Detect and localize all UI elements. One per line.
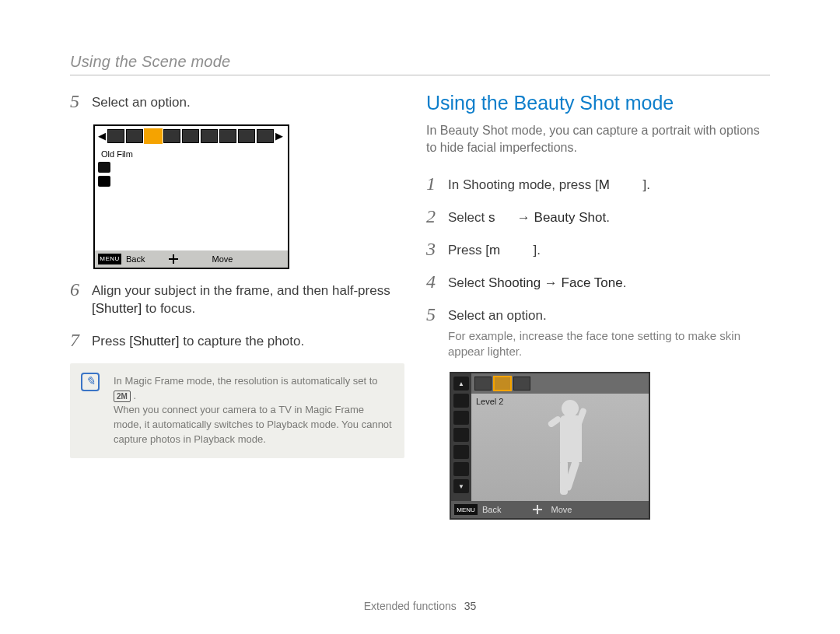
face-tone-icon	[453, 394, 469, 408]
right-column: Using the Beauty Shot mode In Beauty Sho…	[426, 92, 772, 520]
size-icon	[453, 445, 469, 459]
tone-thumb-selected	[494, 377, 511, 391]
resolution-badge: 2M	[114, 391, 131, 402]
page-number: 35	[464, 600, 477, 612]
lcd-back-label: Back	[482, 505, 501, 514]
text: Select an option.	[448, 308, 547, 323]
key-menu: m	[489, 243, 500, 257]
lcd-side-bar: ▲ ▼	[451, 373, 471, 501]
lcd-move-label: Move	[551, 505, 572, 514]
nav-up-icon: ▲	[453, 377, 469, 391]
key-mode: M	[599, 177, 610, 192]
off-icon	[98, 176, 110, 187]
lcd-back-label: Back	[126, 254, 145, 264]
text: →	[541, 275, 561, 290]
nav-down-icon: ▼	[453, 479, 469, 493]
lcd-footer: MENU Back Move	[95, 250, 288, 268]
menu-label-icon: MENU	[98, 254, 121, 264]
quality-icon	[453, 462, 469, 476]
text: Select	[448, 210, 488, 225]
step-text: Select an option.	[92, 92, 191, 112]
footer-section: Extended functions	[364, 600, 457, 612]
lcd-thumb-row: ◀ ▶	[95, 126, 288, 146]
step-number: 2	[426, 207, 448, 226]
step-number: 3	[426, 240, 448, 258]
lcd-move-label: Move	[212, 254, 233, 264]
step-text: Select s → Beauty Shot.	[448, 207, 610, 227]
person-silhouette	[544, 400, 599, 501]
step-text: Align your subject in the frame, and the…	[92, 280, 390, 318]
step-7: 7 Press [Shutter] to capture the photo.	[70, 331, 404, 351]
lcd-side-icons	[98, 162, 110, 187]
page-footer: Extended functions 35	[0, 600, 840, 612]
note-line-1a: In Magic Frame mode, the resolution is a…	[114, 375, 378, 387]
film-thumb	[163, 129, 180, 143]
text: .	[606, 210, 610, 225]
text: to focus.	[145, 301, 195, 316]
film-thumb	[107, 129, 124, 143]
step-text: Press [Shutter] to capture the photo.	[92, 331, 304, 351]
film-thumb	[201, 129, 218, 143]
text: Select	[448, 275, 488, 290]
step-text: In Shooting mode, press [M ].	[448, 174, 650, 194]
note-line-1b: .	[134, 390, 137, 401]
step-6: 6 Align your subject in the frame, and t…	[70, 280, 404, 318]
section-heading: Using the Beauty Shot mode	[426, 92, 772, 114]
step-4: 4 Select Shooting → Face Tone.	[426, 272, 772, 292]
text: to capture the photo.	[183, 334, 304, 349]
grid-icon	[98, 162, 110, 173]
lcd-option-label: Old Film	[95, 146, 288, 162]
text: Align your subject in the frame, and the…	[92, 283, 390, 298]
step-number: 5	[426, 305, 448, 324]
text: In Shooting mode, press [	[448, 177, 599, 192]
lcd-old-film: ◀ ▶ Old Film MENU Back Mov	[93, 124, 289, 269]
tone-thumb	[513, 377, 530, 391]
film-thumb-selected	[145, 129, 162, 143]
step-number: 6	[70, 280, 92, 299]
left-column: 5 Select an option. ◀ ▶ Old Film	[70, 92, 404, 458]
running-header: Using the Scene mode	[70, 53, 230, 71]
text: .	[623, 275, 627, 290]
step-5: 5 Select an option.	[70, 92, 404, 112]
text: ].	[610, 177, 650, 192]
note-line-2: When you connect your camera to a TV in …	[114, 404, 392, 445]
dpad-icon	[168, 254, 179, 264]
text: ].	[500, 243, 541, 257]
chevron-left-icon: ◀	[98, 130, 106, 142]
film-thumb	[219, 129, 236, 143]
text: Press [	[448, 243, 489, 257]
text: Press	[92, 334, 129, 349]
film-thumb	[182, 129, 199, 143]
note-box: ✎ In Magic Frame mode, the resolution is…	[70, 363, 404, 458]
step-number: 7	[70, 331, 92, 349]
page: Using the Scene mode 5 Select an option.…	[0, 0, 840, 634]
step-subtext: For example, increase the face tone sett…	[448, 328, 772, 360]
step-1: 1 In Shooting mode, press [M ].	[426, 174, 772, 194]
face-retouch-icon	[453, 411, 469, 425]
lcd-beauty-shot: ▲ ▼ Level 2	[450, 372, 650, 520]
step-2: 2 Select s → Beauty Shot.	[426, 207, 772, 227]
lcd-footer: MENU Back Move	[451, 501, 649, 518]
header-rule	[70, 75, 770, 75]
section-intro: In Beauty Shot mode, you can capture a p…	[426, 122, 772, 156]
menu-label-icon: MENU	[454, 504, 478, 515]
menu-face-tone: Face Tone	[562, 275, 623, 290]
step-number: 1	[426, 174, 448, 193]
tone-thumb	[474, 377, 492, 391]
lcd-top-row	[471, 373, 649, 394]
key-shutter: [Shutter]	[129, 334, 179, 349]
step-5r: 5 Select an option. For example, increas…	[426, 305, 772, 359]
dpad-icon	[532, 504, 543, 515]
step-3: 3 Press [m ].	[426, 240, 772, 260]
menu-shooting: Shooting	[488, 275, 541, 290]
key-shutter: [Shutter]	[92, 301, 142, 316]
step-text: Select Shooting → Face Tone.	[448, 272, 626, 292]
film-thumb	[257, 129, 274, 143]
step-number: 5	[70, 92, 92, 110]
note-icon: ✎	[81, 373, 100, 391]
step-text: Press [m ].	[448, 240, 541, 260]
chevron-right-icon: ▶	[275, 130, 283, 142]
step-text: Select an option. For example, increase …	[448, 305, 772, 359]
film-thumb	[238, 129, 255, 143]
film-thumb	[126, 129, 143, 143]
